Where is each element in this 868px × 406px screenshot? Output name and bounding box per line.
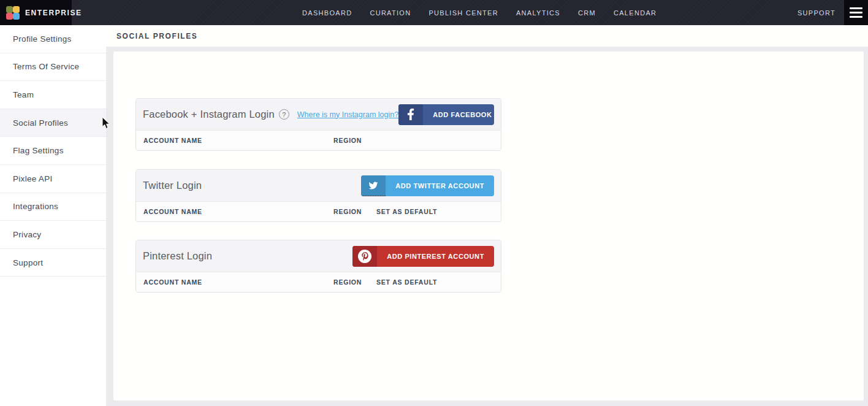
- twitter-section-header: Twitter Login ADD TWITTER ACCOUNT: [136, 170, 501, 201]
- pinterest-section-header: Pinterest Login ADD PINTEREST ACCOUNT: [136, 240, 501, 272]
- pinterest-section-title: Pinterest Login: [143, 250, 212, 262]
- nav-item-publish-center[interactable]: PUBLISH CENTER: [428, 9, 498, 17]
- add-facebook-account-label: ADD FACEBOOK ACCOUNT: [423, 111, 494, 118]
- column-set-as-default: SET AS DEFAULT: [376, 278, 437, 286]
- add-pinterest-account-button[interactable]: ADD PINTEREST ACCOUNT: [352, 246, 494, 267]
- brand-name: ENTERPRISE: [25, 9, 82, 17]
- facebook-table-header: ACCOUNT NAME REGION: [136, 130, 501, 150]
- sidebar-item-team[interactable]: Team: [0, 81, 106, 109]
- pinterest-section: Pinterest Login ADD PINTEREST ACCOUNT AC…: [135, 240, 501, 293]
- twitter-section: Twitter Login ADD TWITTER ACCOUNT ACCOUN…: [135, 169, 501, 222]
- nav-item-calendar[interactable]: CALENDAR: [614, 9, 657, 17]
- main-content: SOCIAL PROFILES Show All regions Faceboo…: [106, 25, 868, 406]
- add-twitter-account-button[interactable]: ADD TWITTER ACCOUNT: [361, 175, 494, 196]
- sidebar-item-terms-of-service[interactable]: Terms Of Service: [0, 53, 106, 82]
- column-region: REGION: [333, 137, 376, 144]
- facebook-icon: [398, 104, 423, 125]
- twitter-icon: [361, 175, 386, 196]
- sidebar-item-privacy[interactable]: Privacy: [0, 221, 106, 249]
- sidebar-item-support[interactable]: Support: [0, 249, 106, 277]
- nav-item-crm[interactable]: CRM: [578, 9, 596, 17]
- column-region: REGION: [333, 278, 376, 286]
- nav-item-support[interactable]: SUPPORT: [798, 9, 836, 17]
- nav-item-curation[interactable]: CURATION: [370, 9, 411, 17]
- social-profiles-card: Show All regions Facebook + Instagram Lo…: [113, 52, 864, 400]
- pinterest-table-header: ACCOUNT NAME REGION SET AS DEFAULT: [136, 272, 501, 292]
- top-nav-items: DASHBOARD CURATION PUBLISH CENTER ANALYT…: [302, 9, 657, 17]
- top-nav: ENTERPRISE DASHBOARD CURATION PUBLISH CE…: [0, 0, 868, 25]
- facebook-instagram-section: Facebook + Instagram Login ? Where is my…: [135, 98, 501, 151]
- column-account-name: ACCOUNT NAME: [143, 208, 333, 215]
- add-facebook-account-button[interactable]: ADD FACEBOOK ACCOUNT: [398, 104, 494, 125]
- sidebar-item-flag-settings[interactable]: Flag Settings: [0, 137, 106, 165]
- pinterest-icon: [352, 246, 377, 267]
- sidebar-item-pixlee-api[interactable]: Pixlee API: [0, 165, 106, 193]
- column-region: REGION: [333, 208, 376, 215]
- sidebar-item-social-profiles[interactable]: Social Profiles: [0, 109, 106, 137]
- sidebar-item-profile-settings[interactable]: Profile Settings: [0, 25, 106, 53]
- column-account-name: ACCOUNT NAME: [143, 278, 333, 286]
- nav-item-analytics[interactable]: ANALYTICS: [516, 9, 560, 17]
- sidebar-item-integrations[interactable]: Integrations: [0, 193, 106, 221]
- twitter-table-header: ACCOUNT NAME REGION SET AS DEFAULT: [136, 201, 501, 221]
- brand-home-link[interactable]: ENTERPRISE: [0, 0, 72, 25]
- page-title-bar: SOCIAL PROFILES: [106, 25, 868, 47]
- nav-item-dashboard[interactable]: DASHBOARD: [302, 9, 352, 17]
- page-title: SOCIAL PROFILES: [116, 32, 197, 40]
- add-pinterest-account-label: ADD PINTEREST ACCOUNT: [377, 253, 494, 260]
- facebook-section-header: Facebook + Instagram Login ? Where is my…: [136, 99, 501, 130]
- hamburger-menu-button[interactable]: [844, 0, 868, 25]
- add-twitter-account-label: ADD TWITTER ACCOUNT: [386, 182, 494, 190]
- twitter-section-title: Twitter Login: [143, 180, 202, 191]
- column-account-name: ACCOUNT NAME: [143, 137, 333, 144]
- settings-sidebar: Profile Settings Terms Of Service Team S…: [0, 25, 106, 406]
- instagram-login-help-link[interactable]: Where is my Instagram login?: [297, 110, 398, 119]
- facebook-section-title: Facebook + Instagram Login: [143, 109, 275, 120]
- pixlee-logo-icon: [6, 6, 20, 20]
- help-icon[interactable]: ?: [279, 109, 289, 120]
- column-set-as-default: SET AS DEFAULT: [376, 208, 437, 215]
- hamburger-icon: [850, 7, 862, 9]
